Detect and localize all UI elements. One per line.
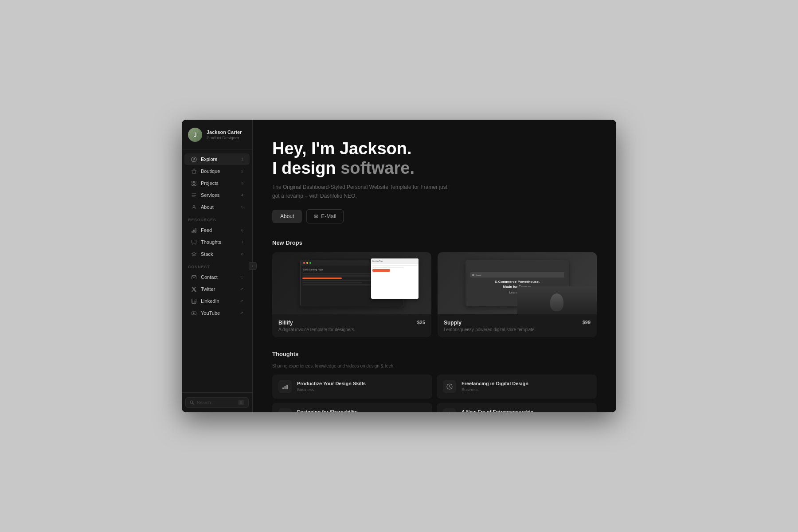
thought-item-shareability[interactable]: Designing for Shareability Design xyxy=(272,403,432,412)
sidebar-item-explore[interactable]: Explore 1 xyxy=(184,153,250,165)
productize-text: Productize Your Design Skills Business xyxy=(297,381,366,392)
supply-title: Supply xyxy=(444,320,536,326)
email-label: E-Mail xyxy=(321,213,336,219)
boutique-label: Boutique xyxy=(201,168,237,174)
sidebar-item-feed[interactable]: Feed 6 xyxy=(184,224,250,236)
svg-rect-8 xyxy=(195,228,196,233)
resources-section-label: RESOURCES xyxy=(182,213,252,224)
drop-card-billify[interactable]: SaaS Landing Page xyxy=(272,252,431,337)
shareability-text: Designing for Shareability Design xyxy=(297,409,357,412)
projects-label: Projects xyxy=(201,180,237,186)
app-window: J Jackson Carter Product Designer Explor… xyxy=(182,120,616,412)
sidebar-item-services[interactable]: Services 4 xyxy=(184,189,250,201)
projects-badge: 3 xyxy=(241,181,243,185)
supply-desc: Lemonsqueezy-powered digital store templ… xyxy=(444,327,536,332)
sidebar-item-boutique[interactable]: Boutique 2 xyxy=(184,165,250,177)
sidebar-profile[interactable]: J Jackson Carter Product Designer xyxy=(182,120,252,149)
svg-point-5 xyxy=(193,205,195,207)
sidebar-item-youtube[interactable]: YouTube ↗ xyxy=(184,307,250,319)
services-badge: 4 xyxy=(241,193,243,197)
billify-info: Billify A digital invoice template for d… xyxy=(272,314,431,337)
about-icon xyxy=(191,204,197,210)
search-bar[interactable]: Search... S xyxy=(185,397,249,408)
email-icon: ✉ xyxy=(314,213,318,219)
sidebar-item-contact[interactable]: Contact C xyxy=(184,271,250,283)
boutique-badge: 2 xyxy=(241,169,243,173)
billify-image: SaaS Landing Page xyxy=(272,252,431,314)
main-content: Hey, I'm Jackson. I design software. The… xyxy=(253,120,616,412)
supply-image: Supply E-Commerce Powerhouse.Made for Fr… xyxy=(438,252,597,314)
thoughts-grid: Productize Your Design Skills Business F… xyxy=(272,375,597,412)
hero-buttons: About ✉ E-Mail xyxy=(272,209,597,223)
drops-grid: SaaS Landing Page xyxy=(272,252,597,337)
sidebar-item-about[interactable]: About 5 xyxy=(184,201,250,213)
linkedin-label: LinkedIn xyxy=(201,298,236,304)
thoughts-icon xyxy=(191,239,197,245)
sidebar-item-twitter[interactable]: Twitter ↗ xyxy=(184,283,250,295)
productize-title: Productize Your Design Skills xyxy=(297,381,366,386)
search-placeholder: Search... xyxy=(197,400,235,405)
search-shortcut: S xyxy=(238,400,244,405)
profile-name: Jackson Carter xyxy=(207,129,242,135)
connect-section-label: CONNECT xyxy=(182,260,252,271)
freelancing-icon xyxy=(443,380,456,393)
feed-icon xyxy=(191,227,197,233)
freelancing-text: Freelancing in Digital Design Business xyxy=(462,381,528,392)
thoughts-section: Thoughts Sharing experiences, knowledge … xyxy=(272,351,597,412)
svg-rect-1 xyxy=(192,181,193,183)
svg-rect-15 xyxy=(282,387,284,389)
svg-rect-17 xyxy=(286,385,288,389)
hero-section: Hey, I'm Jackson. I design software. The… xyxy=(272,139,597,223)
entrepreneurship-text: A New Era of Entrepreneurship Business xyxy=(462,409,533,412)
sidebar-nav: Explore 1 Boutique 2 xyxy=(182,149,252,392)
contact-badge: C xyxy=(241,275,244,279)
sidebar-bottom: Search... S xyxy=(182,392,252,412)
search-icon xyxy=(190,400,194,405)
email-button[interactable]: ✉ E-Mail xyxy=(306,209,344,223)
billify-desc: A digital invoice template for designers… xyxy=(278,327,355,332)
entrepreneurship-title: A New Era of Entrepreneurship xyxy=(462,409,533,412)
feed-badge: 6 xyxy=(241,228,243,232)
boutique-icon xyxy=(191,168,197,174)
sidebar-item-projects[interactable]: Projects 3 xyxy=(184,177,250,189)
linkedin-badge: ↗ xyxy=(240,299,243,303)
sidebar-item-stack[interactable]: Stack 8 xyxy=(184,248,250,260)
drops-section: New Drops xyxy=(272,239,597,337)
hero-subtitle: The Original Dashboard-Styled Personal W… xyxy=(272,183,450,200)
drops-title: New Drops xyxy=(272,239,597,246)
projects-icon xyxy=(191,180,197,186)
supply-price: $99 xyxy=(583,320,591,325)
thought-item-entrepreneurship[interactable]: A New Era of Entrepreneurship Business xyxy=(437,403,597,412)
sidebar: J Jackson Carter Product Designer Explor… xyxy=(182,120,253,412)
svg-rect-4 xyxy=(194,184,196,185)
entrepreneurship-icon xyxy=(443,408,456,412)
thoughts-subtitle: Sharing experiences, knowledge and video… xyxy=(272,364,597,368)
thoughts-badge: 7 xyxy=(241,240,243,244)
shareability-icon xyxy=(278,408,292,412)
drop-card-supply[interactable]: Supply E-Commerce Powerhouse.Made for Fr… xyxy=(438,252,597,337)
sidebar-item-thoughts[interactable]: Thoughts 7 xyxy=(184,236,250,248)
hero-title: Hey, I'm Jackson. I design software. xyxy=(272,139,597,178)
twitter-label: Twitter xyxy=(201,286,236,292)
hero-line2-accent: software. xyxy=(340,159,415,177)
svg-point-0 xyxy=(192,157,196,162)
about-button[interactable]: About xyxy=(272,210,302,223)
twitter-badge: ↗ xyxy=(240,287,243,291)
sidebar-item-linkedin[interactable]: LinkedIn ↗ xyxy=(184,295,250,307)
svg-line-14 xyxy=(193,403,194,405)
explore-label: Explore xyxy=(201,156,237,162)
thought-item-freelancing[interactable]: Freelancing in Digital Design Business xyxy=(437,375,597,399)
twitter-icon xyxy=(191,286,197,292)
svg-rect-7 xyxy=(193,230,194,233)
contact-icon xyxy=(191,274,197,280)
thought-item-productize[interactable]: Productize Your Design Skills Business xyxy=(272,375,432,399)
profile-text: Jackson Carter Product Designer xyxy=(207,129,242,141)
freelancing-title: Freelancing in Digital Design xyxy=(462,381,528,386)
youtube-icon xyxy=(191,310,197,316)
about-badge: 5 xyxy=(241,205,243,209)
explore-icon xyxy=(191,156,197,162)
billify-title: Billify xyxy=(278,320,355,326)
stack-icon xyxy=(191,251,197,257)
thoughts-label: Thoughts xyxy=(201,239,237,245)
sidebar-collapse-button[interactable]: ‹ xyxy=(249,262,257,270)
